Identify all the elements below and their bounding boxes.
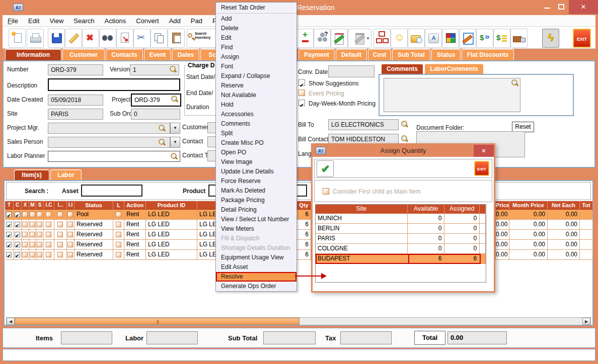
menubar-item-add[interactable]: Add xyxy=(164,15,186,26)
tab-sub-total[interactable]: Sub Total xyxy=(392,49,430,60)
toolbar-button-save[interactable] xyxy=(48,29,65,48)
menu-item-view-meters[interactable]: View Meters xyxy=(216,224,296,234)
checked-checkbox[interactable] xyxy=(6,222,12,227)
menubar-item-convert[interactable]: Convert xyxy=(131,15,164,26)
menu-item-assign[interactable]: Assign xyxy=(216,52,296,62)
dialog-column-header-available[interactable]: Available xyxy=(408,205,445,214)
toolbar-button-add-remove[interactable] xyxy=(296,29,314,48)
reset-button[interactable]: Reset xyxy=(512,122,534,132)
checkbox-cell[interactable] xyxy=(54,250,67,260)
toolbar-button-rubiks-cube[interactable] xyxy=(442,29,459,48)
checked-checkbox[interactable] xyxy=(15,222,20,227)
unchecked-checkbox[interactable] xyxy=(22,252,28,257)
menu-item-force-reserve[interactable]: Force Reserve xyxy=(216,176,296,186)
toolbar-button-delete[interactable] xyxy=(82,29,99,48)
toolbar-button-copy[interactable] xyxy=(151,29,168,48)
checkbox-cell[interactable] xyxy=(44,220,54,230)
unchecked-checkbox[interactable] xyxy=(46,222,51,227)
menu-item-create-misc-po[interactable]: Create Misc PO xyxy=(216,138,296,148)
toolbar-button-keyboard-key[interactable] xyxy=(425,29,442,48)
menu-item-expand-collapse[interactable]: Expand / Collapse xyxy=(216,71,296,81)
checkbox-cell[interactable] xyxy=(29,220,36,230)
menu-item-edit-asset[interactable]: Edit Asset xyxy=(216,262,296,272)
scroll-left-icon[interactable]: ◀ xyxy=(7,318,15,325)
menubar-item-file[interactable]: File xyxy=(3,15,23,26)
menu-item-generate-ops-order[interactable]: Generate Ops Order xyxy=(216,282,296,291)
checkbox-cell[interactable] xyxy=(36,210,44,220)
toolbar-button-group-question[interactable] xyxy=(314,29,331,48)
tab-status[interactable]: Status xyxy=(431,49,461,60)
project-mgr-search-icon[interactable] xyxy=(159,125,166,132)
toolbar-button-smiley[interactable] xyxy=(391,29,408,48)
menubar-item-edit[interactable]: Edit xyxy=(23,15,44,26)
comments-textarea[interactable] xyxy=(384,78,520,112)
column-header-net-each[interactable]: Net Each xyxy=(548,201,580,210)
menu-item-reserve[interactable]: Reserve xyxy=(216,81,296,90)
labor-planner-field[interactable] xyxy=(48,151,180,162)
checkbox-cell[interactable] xyxy=(67,220,74,230)
column-header-price[interactable]: Price xyxy=(496,201,509,210)
checkbox-cell[interactable] xyxy=(44,240,54,250)
toolbar-button-folder-clock[interactable] xyxy=(408,29,425,48)
menubar-item-actions[interactable]: Actions xyxy=(100,15,131,26)
checked-checkbox[interactable] xyxy=(15,252,20,257)
menu-item-edit[interactable]: Edit xyxy=(216,33,296,43)
checkbox-cell[interactable] xyxy=(36,230,44,240)
menu-item-package-pricing[interactable]: Package Pricing xyxy=(216,196,296,205)
column-header-ii[interactable]: I.I xyxy=(67,201,74,210)
project-search-icon[interactable] xyxy=(171,96,178,103)
checked-checkbox[interactable] xyxy=(6,252,12,257)
toolbar-button-edit-pencil[interactable] xyxy=(65,29,82,48)
column-header-product-id[interactable]: Product ID xyxy=(146,201,197,210)
checkbox-cell[interactable] xyxy=(14,250,22,260)
tab-dates[interactable]: Dates xyxy=(172,49,199,60)
menu-item-comments[interactable]: Comments xyxy=(216,119,296,129)
menu-item-font[interactable]: Font xyxy=(216,62,296,71)
checkbox-cell[interactable] xyxy=(22,240,29,250)
table-row[interactable]: ReservedRentLG LEDLG LE60.000.000.00 xyxy=(5,220,593,230)
toolbar-exit-button[interactable]: EXIT xyxy=(573,29,591,48)
column-header-i[interactable]: I... xyxy=(54,201,67,210)
dialog-exit-button[interactable]: EXIT xyxy=(474,161,489,176)
menu-item-detail-pricing[interactable]: Detail Pricing xyxy=(216,205,296,215)
checkbox-cell[interactable] xyxy=(14,240,22,250)
unchecked-checkbox[interactable] xyxy=(30,252,35,257)
unchecked-checkbox[interactable] xyxy=(22,242,28,247)
checked-checkbox[interactable] xyxy=(6,242,12,247)
tab-customer[interactable]: Customer xyxy=(62,49,105,60)
menu-item-resolve[interactable]: Resolve xyxy=(216,272,296,282)
unchecked-checkbox[interactable] xyxy=(22,222,28,227)
dialog-column-header-site[interactable]: Site xyxy=(316,205,408,214)
dialog-table-row[interactable]: PARIS00 xyxy=(316,234,486,244)
show-suggestions-checkbox[interactable] xyxy=(298,79,305,86)
bill-to-search-icon[interactable] xyxy=(401,121,408,128)
unchecked-checkbox[interactable] xyxy=(46,232,51,237)
unchecked-checkbox[interactable] xyxy=(37,242,42,247)
checkbox-cell[interactable] xyxy=(22,230,29,240)
dialog-column-header-assigned[interactable]: Assigned xyxy=(444,205,480,214)
checkbox-cell[interactable] xyxy=(29,210,36,220)
checkbox-cell[interactable] xyxy=(5,250,14,260)
toolbar-button-search-inventory[interactable]: Search Inventory xyxy=(187,29,216,48)
close-button[interactable]: ✕ xyxy=(569,0,598,14)
version-search-icon[interactable] xyxy=(170,66,177,73)
unchecked-checkbox[interactable] xyxy=(116,212,121,217)
checkbox-cell[interactable] xyxy=(5,210,14,220)
unchecked-checkbox[interactable] xyxy=(67,222,73,227)
checkbox-cell[interactable] xyxy=(29,230,36,240)
menu-item-delete[interactable]: Delete xyxy=(216,24,296,33)
column-header-m[interactable]: M xyxy=(29,201,36,210)
tab-comments[interactable]: Comments xyxy=(381,63,423,74)
toolbar-button-dollar-forward[interactable] xyxy=(476,29,493,48)
tab-contacts[interactable]: Contacts xyxy=(106,49,143,60)
unchecked-checkbox[interactable] xyxy=(37,212,42,217)
unchecked-checkbox[interactable] xyxy=(46,212,51,217)
notepad-dropdown-icon[interactable]: ▼ xyxy=(366,36,370,41)
sales-person-field[interactable] xyxy=(48,137,170,148)
menu-item-view-select-lot-number[interactable]: View / Select Lot Number xyxy=(216,215,296,224)
minimize-button[interactable] xyxy=(541,0,554,14)
table-row[interactable]: ReservedRentLG LEDLG LE60.000.000.00 xyxy=(5,250,593,260)
checked-checkbox[interactable] xyxy=(15,212,20,217)
menubar-item-pad[interactable]: Pad xyxy=(186,15,207,26)
dialog-table-row[interactable]: BERLIN00 xyxy=(316,224,486,234)
